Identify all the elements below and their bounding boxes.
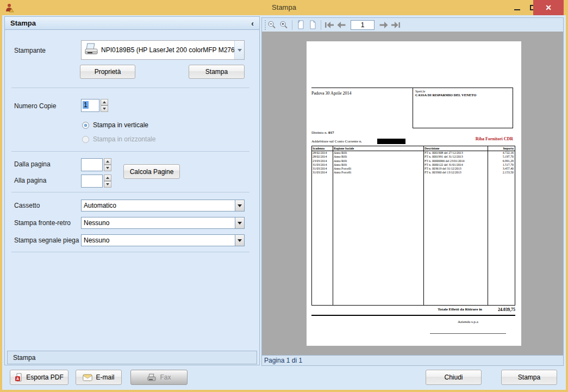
orientation-vertical-radio[interactable]: Stampa in verticale [82,121,148,129]
copies-spinner[interactable]: 1 [81,99,108,112]
cell-scadenza: 31/03/2014 [312,167,333,171]
distinta-line: Distinta n. 017 [311,130,334,135]
printer-label: Stampante [14,47,46,54]
table-header: Scadenza [312,146,333,151]
table-row: 23/03/2014 Anna Rilli FT n. 00000066 del… [312,159,515,163]
properties-button[interactable]: Proprietà [80,65,135,79]
collapse-panel-icon[interactable]: ‹ [251,19,254,28]
to-page-up-button[interactable] [104,175,111,181]
close-dialog-button[interactable]: Chiudi [426,370,482,385]
cell-scadenza: 31/03/2014 [312,163,333,167]
page-width-icon [309,20,317,29]
zoom-out-button[interactable] [266,20,278,30]
close-button[interactable]: ✕ [533,0,564,15]
copies-value: 1 [83,101,89,109]
cell-scadenza: 28/02/2014 [312,151,333,155]
from-page-up-button[interactable] [104,158,111,165]
fold-select[interactable]: Nessuno [81,234,245,246]
preview-status-bar: Pagina 1 di 1 [262,355,563,365]
total-value: 24.039,75 [482,307,515,312]
duplex-dropdown-button[interactable] [235,217,244,228]
preview-status-text: Pagina 1 di 1 [264,357,302,364]
company-name: Azienda s.p.a [430,320,506,324]
cell-importo: 3.457,40 [488,167,515,171]
duplex-select[interactable]: Nessuno [81,217,245,229]
divider [11,252,249,252]
printer-value: NPI0189B5 (HP LaserJet 200 colorMFP M276… [101,46,234,54]
copies-up-button[interactable] [101,99,108,105]
cell-importo: 2.153,50 [488,171,515,175]
page-number-input[interactable] [351,20,374,30]
cell-scadenza: 31/03/2014 [312,171,333,175]
preview-area[interactable]: Padova 30 Aprile 2014 Spett.le CASSA DI … [262,32,563,355]
zoom-in-icon [279,21,288,29]
cell-ragione-sociale: Anna Rilli [333,155,423,159]
toolbar-separator [321,20,321,30]
next-page-icon [379,22,389,28]
table-row: 31/03/2014 Anna Porcelli FT n. 003619 de… [312,167,515,171]
fit-width-button[interactable] [307,20,319,30]
close-icon: ✕ [545,3,552,12]
divider [11,151,249,152]
email-button[interactable]: E-mail [76,370,122,385]
from-page-input[interactable] [81,158,103,171]
radio-disabled-icon [82,136,89,143]
fax-button: Fax [130,370,188,385]
cell-ragione-sociale: Anna Rilli [333,159,423,163]
cell-ragione-sociale: Anna Rilli [333,151,423,155]
cell-descrizione: FT n. 00000066 del 23/01/2014 [423,159,488,163]
orientation-vertical-label: Stampa in verticale [93,121,148,129]
document-date: Padova 30 Aprile 2014 [311,91,352,96]
copies-input[interactable]: 1 [81,99,99,112]
cell-importo: 6.991,29 [488,159,515,163]
minimize-icon [514,9,520,10]
to-page-spinner[interactable] [81,175,111,188]
calc-pages-button[interactable]: Calcola Pagine [123,164,180,179]
tray-value: Automatico [82,202,235,209]
fit-page-button[interactable] [295,20,307,30]
to-page-input[interactable] [81,175,103,188]
table-column-line [488,146,488,305]
to-page-label: Alla pagina [14,177,46,184]
cell-descrizione: FT n. 0000122 del 31/01/2014 [423,163,488,167]
next-page-button[interactable] [378,20,390,30]
cell-ragione-sociale: Anna Porcelli [333,171,423,175]
from-page-spinner[interactable] [81,158,111,171]
cell-descrizione: FT n. 0001908 del 27/12/2013 [423,151,488,155]
printer-select[interactable]: NPI0189B5 (HP LaserJet 200 colorMFP M276… [81,40,245,60]
tray-select[interactable]: Automatico [81,200,245,211]
previous-page-icon [336,22,346,28]
from-page-down-button[interactable] [104,165,111,171]
chevron-down-icon [238,239,242,242]
fold-dropdown-button[interactable] [235,235,244,246]
tray-label: Cassetto [14,202,40,209]
minimize-button[interactable] [509,0,525,15]
down-arrow-icon [103,108,106,110]
copies-down-button[interactable] [101,105,108,112]
previous-page-button[interactable] [335,20,347,30]
last-page-button[interactable] [390,20,402,30]
svg-text:A: A [16,377,19,381]
table-header: Importo [488,146,515,151]
tray-dropdown-button[interactable] [235,200,244,211]
print-top-button[interactable]: Stampa [189,65,245,79]
table-row: 28/02/2014 Anna Rilli FT n. 0001991 del … [312,155,515,159]
preview-panel: Padova 30 Aprile 2014 Spett.le CASSA DI … [261,17,564,366]
panel-header: Stampa ‹ [5,17,259,30]
up-arrow-icon [103,101,106,103]
titlebar: Stampa ✕ [0,0,568,15]
table-row: 31/03/2014 Anna Rilli FT n. 0000122 del … [312,163,515,167]
to-page-down-button[interactable] [104,181,111,188]
export-pdf-button[interactable]: A Esporta PDF [10,370,68,385]
divider [11,192,249,192]
fold-label: Stampa segnale piega [14,237,79,244]
first-page-button[interactable] [323,20,335,30]
cell-importo: 4.722,16 [488,151,515,155]
fold-value: Nessuno [82,237,235,244]
table-row: 28/02/2014 Anna Rilli FT n. 0001908 del … [312,151,515,155]
distinta-label: Distinta n. [311,130,327,135]
printer-dropdown-button[interactable] [234,41,244,59]
print-button[interactable]: Stampa [501,370,557,385]
duplex-value: Nessuno [82,219,235,227]
zoom-in-button[interactable] [278,20,290,30]
